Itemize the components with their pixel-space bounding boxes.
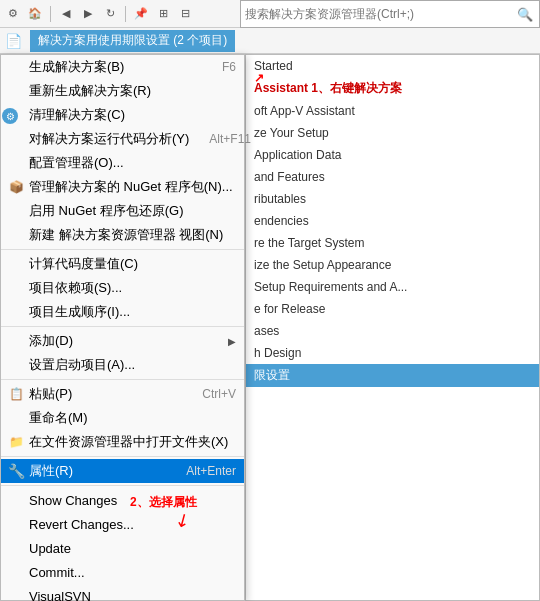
menu-item-project-order[interactable]: 项目生成顺序(I)... (1, 300, 244, 324)
dropdown-item-13[interactable]: h Design (246, 342, 539, 364)
home-icon[interactable]: 🏠 (26, 5, 44, 23)
menu-label-set-startup: 设置启动项目(A)... (29, 356, 236, 374)
config-icon (7, 154, 25, 172)
commit-icon (7, 563, 25, 581)
add-icon (7, 332, 25, 350)
menu-shortcut-properties: Alt+Enter (186, 464, 236, 478)
menu-label-project-order: 项目生成顺序(I)... (29, 303, 236, 321)
solution-icon[interactable]: 📄 (4, 32, 22, 50)
forward-icon[interactable]: ▶ (79, 5, 97, 23)
search-bar[interactable]: 搜索解决方案资源管理器(Ctrl+;) 🔍 (240, 0, 540, 28)
revert-icon (7, 515, 25, 533)
project-order-icon (7, 303, 25, 321)
menu-label-clean: 清理解决方案(C) (29, 106, 236, 124)
dropdown-item-8[interactable]: re the Target System (246, 232, 539, 254)
menu-label-paste: 粘贴(P) (29, 385, 182, 403)
pin-icon[interactable]: 📌 (132, 5, 150, 23)
dropdown-item-4[interactable]: Application Data (246, 144, 539, 166)
menu-label-config: 配置管理器(O)... (29, 154, 236, 172)
right-dropdown-panel: Started Assistant 1、右键解决方案 oft App-V Ass… (245, 54, 540, 601)
menu-item-new-view[interactable]: 新建 解决方案资源管理器 视图(N) (1, 223, 244, 247)
menu-label-nuget-manage: 管理解决方案的 NuGet 程序包(N)... (29, 178, 236, 196)
separator-1 (1, 249, 244, 250)
menu-item-generate[interactable]: 生成解决方案(B) F6 (1, 55, 244, 79)
menu-label-visualsvn: VisualSVN (29, 589, 236, 602)
menu-item-set-startup[interactable]: 设置启动项目(A)... (1, 353, 244, 377)
settings-badge-icon: ⚙ (2, 108, 18, 124)
search-input[interactable]: 搜索解决方案资源管理器(Ctrl+;) (245, 7, 515, 21)
menu-item-paste[interactable]: 📋 粘贴(P) Ctrl+V (1, 382, 244, 406)
dropdown-item-14[interactable]: 限设置 (246, 364, 539, 387)
menu-item-config[interactable]: 配置管理器(O)... (1, 151, 244, 175)
menu-label-rename: 重命名(M) (29, 409, 236, 427)
menu-item-rename[interactable]: 重命名(M) (1, 406, 244, 430)
paste-icon: 📋 (7, 385, 25, 403)
calc-code-icon (7, 255, 25, 273)
toolbar-icons: ⚙ 🏠 ◀ ▶ ↻ 📌 ⊞ ⊟ (4, 5, 194, 23)
menu-item-clean[interactable]: 清理解决方案(C) (1, 103, 244, 127)
update-icon (7, 539, 25, 557)
menu-label-project-dep: 项目依赖项(S)... (29, 279, 236, 297)
menu-item-nuget-restore[interactable]: 启用 NuGet 程序包还原(G) (1, 199, 244, 223)
menu-item-update[interactable]: Update (1, 536, 244, 560)
back-icon[interactable]: ◀ (57, 5, 75, 23)
nuget-manage-icon: 📦 (7, 178, 25, 196)
menu-label-open-in-explorer: 在文件资源管理器中打开文件夹(X) (29, 433, 236, 451)
dropdown-list: Started Assistant 1、右键解决方案 oft App-V Ass… (246, 55, 539, 387)
menu-label-revert: Revert Changes... (29, 517, 236, 532)
menu-item-calc-code[interactable]: 计算代码度量值(C) (1, 252, 244, 276)
dropdown-item-1[interactable]: Assistant 1、右键解决方案 (246, 77, 539, 100)
regenerate-icon (7, 82, 25, 100)
analyze-icon (7, 130, 25, 148)
menu-item-open-in-explorer[interactable]: 📁 在文件资源管理器中打开文件夹(X) (1, 430, 244, 454)
search-icon[interactable]: 🔍 (515, 4, 535, 24)
show-changes-icon (7, 491, 25, 509)
expand-icon[interactable]: ⊞ (154, 5, 172, 23)
dropdown-item-6[interactable]: ributables (246, 188, 539, 210)
visualsvn-icon (7, 587, 25, 601)
menu-label-commit: Commit... (29, 565, 236, 580)
menu-shortcut-analyze: Alt+F11 (209, 132, 251, 146)
menu-label-analyze: 对解决方案运行代码分析(Y) (29, 130, 189, 148)
menu-item-analyze[interactable]: 对解决方案运行代码分析(Y) Alt+F11 (1, 127, 244, 151)
menu-label-show-changes: Show Changes (29, 493, 236, 508)
dropdown-item-5[interactable]: and Features (246, 166, 539, 188)
dropdown-item-10[interactable]: Setup Requirements and A... (246, 276, 539, 298)
menu-item-show-changes[interactable]: Show Changes (1, 488, 244, 512)
menu-item-commit[interactable]: Commit... (1, 560, 244, 584)
dropdown-item-7[interactable]: endencies (246, 210, 539, 232)
project-dep-icon (7, 279, 25, 297)
menu-label-generate: 生成解决方案(B) (29, 58, 202, 76)
separator-3 (1, 379, 244, 380)
menu-label-update: Update (29, 541, 236, 556)
collapse-icon[interactable]: ⊟ (176, 5, 194, 23)
separator-4 (1, 456, 244, 457)
menu-label-nuget-restore: 启用 NuGet 程序包还原(G) (29, 202, 236, 220)
dropdown-item-11[interactable]: e for Release (246, 298, 539, 320)
open-in-explorer-icon: 📁 (7, 433, 25, 451)
dropdown-item-3[interactable]: ze Your Setup (246, 122, 539, 144)
dropdown-item-0[interactable]: Started (246, 55, 539, 77)
menu-item-project-dep[interactable]: 项目依赖项(S)... (1, 276, 244, 300)
dropdown-item-9[interactable]: ize the Setup Appearance (246, 254, 539, 276)
tab-solution[interactable]: 解决方案用使用期限设置 (2 个项目) (30, 30, 235, 52)
dropdown-item-2[interactable]: oft App-V Assistant (246, 100, 539, 122)
menu-label-properties: 属性(R) (29, 462, 166, 480)
menu-item-visualsvn[interactable]: VisualSVN (1, 584, 244, 601)
separator-2 (1, 326, 244, 327)
gear-icon[interactable]: ⚙ (4, 5, 22, 23)
menu-item-add[interactable]: 添加(D) ▶ (1, 329, 244, 353)
rename-icon (7, 409, 25, 427)
menu-item-regenerate[interactable]: 重新生成解决方案(R) (1, 79, 244, 103)
properties-icon: 🔧 (7, 462, 25, 480)
menu-label-add: 添加(D) (29, 332, 220, 350)
menu-item-nuget-manage[interactable]: 📦 管理解决方案的 NuGet 程序包(N)... (1, 175, 244, 199)
refresh-icon[interactable]: ↻ (101, 5, 119, 23)
menu-label-new-view: 新建 解决方案资源管理器 视图(N) (29, 226, 236, 244)
menu-item-properties[interactable]: 🔧 属性(R) Alt+Enter (1, 459, 244, 483)
menu-item-revert[interactable]: Revert Changes... (1, 512, 244, 536)
context-menu: 生成解决方案(B) F6 重新生成解决方案(R) 清理解决方案(C) 对解决方案… (0, 54, 245, 601)
nuget-restore-icon (7, 202, 25, 220)
dropdown-item-12[interactable]: ases (246, 320, 539, 342)
top-toolbar: ⚙ 🏠 ◀ ▶ ↻ 📌 ⊞ ⊟ 搜索解决方案资源管理器(Ctrl+;) 🔍 (0, 0, 540, 28)
